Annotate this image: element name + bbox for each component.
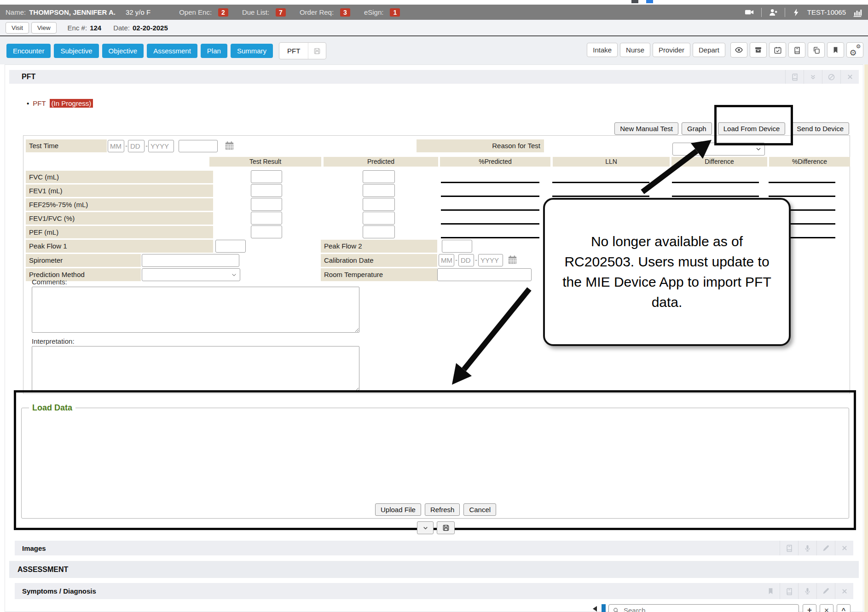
preview-eye-icon[interactable] [730, 42, 747, 58]
fef-predicted-input[interactable] [363, 198, 395, 211]
bookmark-icon[interactable] [762, 583, 780, 599]
fvc-test-result-input[interactable] [251, 170, 282, 183]
fev1-fvc-test-result-input[interactable] [251, 212, 282, 225]
assessment-section-header: ASSESSMENT [9, 561, 859, 578]
add-diagnosis-button[interactable]: + [803, 604, 816, 612]
search-icon [613, 607, 619, 612]
test-time-time-input[interactable] [179, 140, 218, 152]
calibration-yyyy-input[interactable] [478, 254, 503, 266]
spirometer-input[interactable] [142, 254, 239, 267]
peak-flow-1-input[interactable] [215, 240, 246, 253]
pft-item-link[interactable]: PFT [33, 99, 46, 107]
due-list-label: Due List: [242, 8, 269, 16]
open-enc-badge[interactable]: 2 [218, 8, 228, 17]
date-value: 02-20-2025 [133, 24, 168, 32]
peak-flow-1-label: Peak Flow 1 [26, 240, 213, 253]
comments-label: Comments: [32, 278, 67, 286]
fev1-fvc-predicted-input[interactable] [363, 212, 395, 225]
peak-flow-2-input[interactable] [442, 240, 472, 253]
stats-chart-icon[interactable] [852, 7, 862, 17]
cancel-button[interactable]: Cancel [463, 503, 496, 516]
value-underline [441, 182, 539, 183]
add-user-icon[interactable] [768, 7, 778, 17]
tab-encounter[interactable]: Encounter [6, 44, 51, 58]
value-underline [769, 182, 835, 183]
comments-textarea[interactable] [32, 287, 359, 333]
fev1-test-result-input[interactable] [251, 184, 282, 197]
collapse-section-button[interactable] [417, 521, 434, 534]
scroll-left-arrow[interactable] [593, 606, 597, 612]
settings-gears-icon[interactable]: ⚙⚙ [846, 42, 863, 58]
close-icon[interactable] [840, 70, 859, 84]
pft-section-header: PFT [9, 70, 859, 84]
chart-book-icon[interactable] [788, 42, 805, 58]
print-book-icon[interactable] [785, 70, 804, 84]
stage-depart-button[interactable]: Depart [693, 43, 725, 57]
value-underline [769, 196, 835, 197]
enc-number-label: Enc #: [68, 24, 87, 32]
tab-assessment[interactable]: Assessment [147, 44, 197, 58]
load-from-device-button[interactable]: Load From Device [718, 122, 786, 135]
archive-box-icon[interactable] [750, 42, 767, 58]
pef-test-result-input[interactable] [251, 225, 282, 238]
test-time-dd-input[interactable] [128, 140, 145, 152]
new-manual-test-button[interactable]: New Manual Test [614, 122, 678, 135]
disable-icon[interactable] [822, 70, 840, 84]
send-to-device-button[interactable]: Send to Device [791, 122, 849, 135]
stage-provider-button[interactable]: Provider [653, 43, 690, 57]
browser-strip [0, 0, 868, 5]
calendar-check-icon[interactable] [769, 42, 786, 58]
room-temperature-input[interactable] [437, 268, 532, 281]
close-icon[interactable] [835, 583, 853, 599]
calibration-mm-input[interactable] [439, 254, 454, 266]
print-book-icon[interactable] [780, 541, 798, 555]
dictate-mic-icon[interactable] [798, 583, 816, 599]
calibration-dd-input[interactable] [458, 254, 474, 266]
refresh-button[interactable]: Refresh [425, 503, 460, 516]
tab-summary[interactable]: Summary [231, 44, 273, 58]
test-time-mm-input[interactable] [108, 140, 124, 152]
tab-pft-active[interactable]: PFT [279, 42, 326, 59]
edit-pencil-icon[interactable] [816, 541, 835, 555]
view-button[interactable]: View [31, 22, 57, 34]
reason-for-test-select[interactable] [672, 143, 765, 156]
test-time-yyyy-input[interactable] [148, 140, 174, 152]
save-section-button[interactable] [437, 521, 455, 534]
diagnosis-search-box [608, 604, 799, 612]
graph-button[interactable]: Graph [682, 122, 712, 135]
clear-search-button[interactable]: ✕ [820, 604, 833, 612]
visit-button[interactable]: Visit [6, 22, 29, 34]
date-label: Date: [113, 24, 130, 32]
edit-pencil-icon[interactable] [816, 583, 835, 599]
order-req-badge[interactable]: 3 [340, 8, 350, 17]
prediction-method-select[interactable] [142, 268, 240, 281]
esign-badge[interactable]: 1 [390, 8, 400, 17]
bookmark-icon[interactable] [827, 42, 844, 58]
copy-pages-icon[interactable] [808, 42, 825, 58]
system-id: TEST-10065 [807, 8, 846, 16]
search-input[interactable] [623, 606, 795, 612]
stage-intake-button[interactable]: Intake [587, 43, 618, 57]
collapse-all-icon[interactable] [804, 70, 822, 84]
interpretation-textarea[interactable] [32, 346, 359, 392]
dictate-mic-icon[interactable] [798, 541, 816, 555]
tab-plan[interactable]: Plan [201, 44, 227, 58]
fvc-predicted-input[interactable] [363, 170, 395, 183]
save-note-icon[interactable] [308, 47, 326, 55]
close-icon[interactable] [835, 541, 853, 555]
stage-nurse-button[interactable]: Nurse [620, 43, 650, 57]
fef-test-result-input[interactable] [251, 198, 282, 211]
telehealth-camera-icon[interactable] [744, 7, 755, 17]
test-time-calendar-icon[interactable] [224, 140, 235, 151]
tab-subjective[interactable]: Subjective [54, 44, 98, 58]
quick-action-bolt-icon[interactable] [792, 8, 801, 17]
scroll-indicator [602, 604, 606, 612]
due-list-badge[interactable]: 7 [276, 8, 286, 17]
upload-file-button[interactable]: Upload File [375, 503, 421, 516]
print-book-icon[interactable] [780, 583, 798, 599]
tab-objective[interactable]: Objective [102, 44, 144, 58]
collapse-up-button[interactable]: ^ [837, 604, 851, 612]
pef-predicted-input[interactable] [363, 225, 395, 238]
fev1-predicted-input[interactable] [363, 184, 395, 197]
calibration-calendar-icon[interactable] [507, 254, 518, 265]
